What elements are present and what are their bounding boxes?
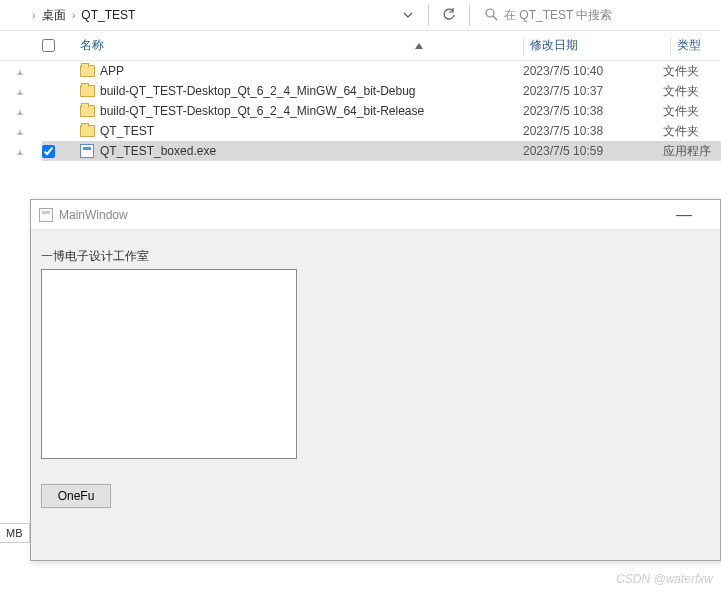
table-row[interactable]: APP2023/7/5 10:40文件夹	[42, 61, 721, 81]
divider	[428, 4, 429, 26]
file-name[interactable]: APP	[100, 64, 523, 78]
search-icon	[484, 7, 498, 24]
divider	[469, 4, 470, 26]
file-date: 2023/7/5 10:59	[523, 144, 663, 158]
col-divider	[670, 37, 671, 55]
breadcrumb-current[interactable]: QT_TEST	[81, 8, 135, 22]
table-row[interactable]: QT_TEST_boxed.exe2023/7/5 10:59应用程序	[42, 141, 721, 161]
pin-icon	[0, 64, 40, 84]
table-row[interactable]: QT_TEST2023/7/5 10:38文件夹	[42, 121, 721, 141]
breadcrumb-sep: ›	[72, 9, 76, 21]
row-checkbox[interactable]	[42, 145, 55, 158]
col-divider	[523, 37, 524, 55]
file-type: 文件夹	[663, 63, 721, 80]
header-name[interactable]: 名称	[80, 37, 523, 54]
watermark: CSDN @waterfxw	[616, 572, 713, 586]
pin-icon	[0, 84, 40, 104]
status-mb-label: MB	[0, 523, 30, 543]
pin-icon	[0, 144, 40, 164]
group-label: 一博电子设计工作室	[41, 248, 710, 265]
row-checkbox-cell	[42, 145, 80, 158]
onefu-button[interactable]: OneFu	[41, 484, 111, 508]
file-date: 2023/7/5 10:38	[523, 124, 663, 138]
quick-access-pins	[0, 64, 40, 164]
svg-point-0	[486, 9, 494, 17]
minimize-button[interactable]: —	[676, 206, 712, 224]
breadcrumb-sep: ›	[32, 9, 36, 21]
dialog-body: 一博电子设计工作室 OneFu	[31, 230, 720, 526]
folder-icon	[80, 65, 100, 77]
file-type: 应用程序	[663, 143, 721, 160]
svg-line-1	[493, 16, 497, 20]
select-all-checkbox[interactable]	[42, 39, 55, 52]
file-name[interactable]: build-QT_TEST-Desktop_Qt_6_2_4_MinGW_64_…	[100, 104, 523, 118]
breadcrumb-dropdown[interactable]	[396, 3, 420, 27]
explorer-address-bar: › 桌面 › QT_TEST 在 QT_TEST 中搜索	[0, 0, 721, 31]
file-date: 2023/7/5 10:40	[523, 64, 663, 78]
sort-indicator-icon	[415, 41, 423, 51]
breadcrumb-parent[interactable]: 桌面	[42, 7, 66, 24]
header-checkbox-col	[42, 39, 80, 52]
window-icon	[39, 208, 53, 222]
folder-icon	[80, 105, 100, 117]
file-name[interactable]: QT_TEST	[100, 124, 523, 138]
file-name[interactable]: build-QT_TEST-Desktop_Qt_6_2_4_MinGW_64_…	[100, 84, 523, 98]
file-type: 文件夹	[663, 83, 721, 100]
header-type[interactable]: 类型	[677, 37, 721, 54]
dialog-titlebar[interactable]: MainWindow —	[31, 200, 720, 230]
file-name[interactable]: QT_TEST_boxed.exe	[100, 144, 523, 158]
file-list: APP2023/7/5 10:40文件夹build-QT_TEST-Deskto…	[0, 61, 721, 161]
file-date: 2023/7/5 10:38	[523, 104, 663, 118]
header-name-label: 名称	[80, 37, 104, 54]
output-textarea[interactable]	[41, 269, 297, 459]
dialog-title-text: MainWindow	[59, 208, 128, 222]
search-input[interactable]: 在 QT_TEST 中搜索	[476, 3, 721, 27]
folder-icon	[80, 125, 100, 137]
header-date[interactable]: 修改日期	[530, 37, 670, 54]
exe-icon	[80, 144, 100, 158]
pin-icon	[0, 124, 40, 144]
search-placeholder: 在 QT_TEST 中搜索	[504, 7, 612, 24]
pin-icon	[0, 104, 40, 124]
file-type: 文件夹	[663, 103, 721, 120]
refresh-button[interactable]	[437, 3, 461, 27]
file-date: 2023/7/5 10:37	[523, 84, 663, 98]
breadcrumb[interactable]: › 桌面 › QT_TEST	[26, 0, 394, 30]
file-type: 文件夹	[663, 123, 721, 140]
table-row[interactable]: build-QT_TEST-Desktop_Qt_6_2_4_MinGW_64_…	[42, 101, 721, 121]
main-window-dialog: MainWindow — 一博电子设计工作室 OneFu	[30, 199, 721, 561]
folder-icon	[80, 85, 100, 97]
file-list-header: 名称 修改日期 类型	[0, 31, 721, 61]
table-row[interactable]: build-QT_TEST-Desktop_Qt_6_2_4_MinGW_64_…	[42, 81, 721, 101]
